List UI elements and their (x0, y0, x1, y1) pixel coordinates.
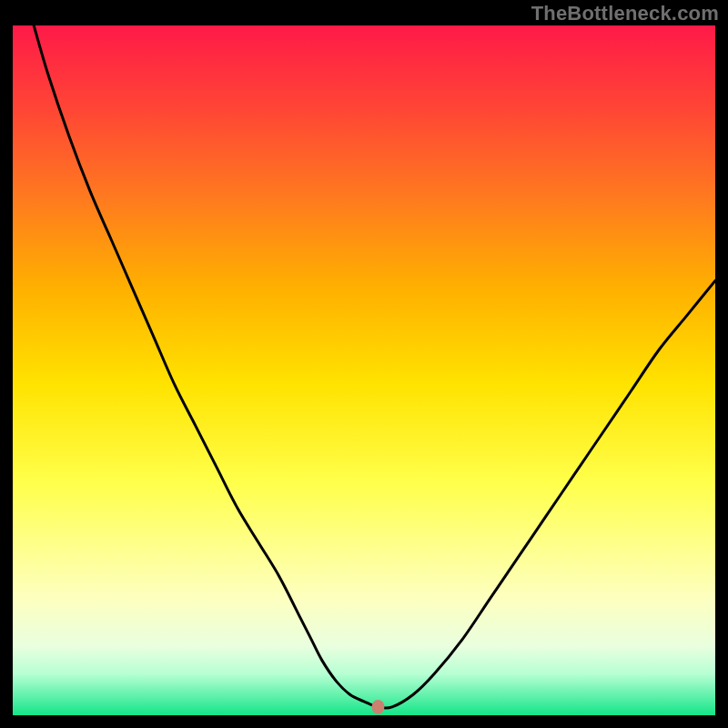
optimal-point-marker (371, 700, 384, 714)
bottleneck-chart (13, 25, 715, 715)
chart-container: TheBottleneck.com (0, 0, 728, 728)
attribution-label: TheBottleneck.com (531, 2, 719, 25)
chart-gradient-bg (13, 25, 715, 715)
